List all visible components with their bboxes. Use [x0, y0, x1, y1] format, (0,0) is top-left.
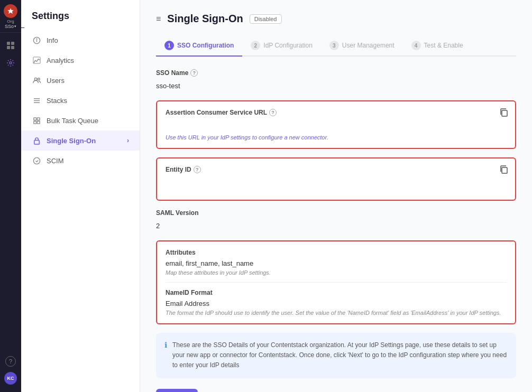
sidebar-item-bulk-task-label: Bulk Task Queue — [47, 117, 98, 125]
tab-1-num: 1 — [164, 41, 174, 50]
svg-point-9 — [34, 78, 37, 80]
svg-rect-18 — [34, 140, 39, 144]
svg-rect-16 — [33, 121, 36, 124]
tab-3-label: User Management — [342, 42, 395, 49]
bulk-task-icon — [32, 116, 41, 125]
tab-4-num: 4 — [411, 41, 421, 50]
left-bar-icons — [6, 41, 15, 69]
sidebar-item-users-label: Users — [47, 77, 65, 85]
org-dropdown-icon: ▾ — [14, 24, 16, 29]
entity-id-label: Entity ID ? — [166, 166, 507, 173]
users-icon — [32, 76, 41, 85]
scim-icon — [32, 156, 41, 165]
acs-url-copy-button[interactable] — [499, 108, 509, 119]
sidebar-item-users[interactable]: Users — [21, 70, 140, 90]
info-box-text: These are the SSO Details of your Conten… — [172, 340, 508, 371]
saml-version-label: SAML Version — [156, 209, 516, 217]
svg-rect-21 — [502, 167, 507, 173]
nameid-format-hint: The format the IdP should use to identif… — [166, 310, 507, 316]
svg-rect-26 — [11, 46, 14, 49]
svg-point-19 — [33, 157, 40, 164]
tab-test-enable[interactable]: 4 Test & Enable — [403, 35, 472, 57]
tab-4-label: Test & Enable — [424, 42, 463, 49]
stacks-icon — [32, 96, 41, 105]
sidebar-item-bulk-task-queue[interactable]: Bulk Task Queue — [21, 110, 140, 130]
sidebar-item-sso[interactable]: Single Sign-On › — [21, 130, 140, 151]
left-bar-bottom: ? KC — [4, 356, 17, 385]
next-button[interactable]: Next › — [156, 389, 198, 392]
analytics-icon — [32, 55, 41, 65]
status-badge: Disabled — [250, 14, 282, 24]
sso-name-section: SSO Name ? sso-test — [156, 69, 516, 92]
info-box: ℹ These are the SSO Details of your Cont… — [156, 333, 516, 378]
org-name: SSo ▾ — [5, 24, 16, 29]
acs-url-hint: Use this URL in your IdP settings to con… — [166, 134, 507, 141]
sidebar: Settings Info Analytics Users Stacks — [21, 0, 140, 392]
settings-nav-icon[interactable] — [6, 59, 15, 69]
org-label: Org — [7, 19, 14, 24]
svg-rect-17 — [37, 121, 40, 124]
left-bar: Org SSo ▾ ? KC — [0, 0, 21, 392]
svg-rect-14 — [33, 117, 36, 120]
sidebar-item-stacks-label: Stacks — [47, 97, 67, 105]
tab-2-num: 2 — [251, 41, 260, 50]
sidebar-item-info[interactable]: Info — [21, 30, 140, 50]
tab-idp-configuration[interactable]: 2 IdP Configuration — [242, 35, 321, 57]
tab-user-management[interactable]: 3 User Management — [321, 35, 403, 57]
tab-sso-configuration[interactable]: 1 SSO Configuration — [156, 35, 242, 57]
attributes-box: Attributes email, first_name, last_name … — [156, 240, 516, 324]
attributes-title: Attributes — [166, 249, 507, 256]
acs-url-box: Assertion Consumer Service URL ? Use thi… — [156, 100, 516, 149]
help-bottom-icon[interactable]: ? — [5, 356, 16, 367]
org-logo — [4, 4, 17, 18]
grid-nav-icon[interactable] — [6, 41, 15, 51]
svg-point-27 — [10, 62, 12, 64]
svg-rect-15 — [37, 117, 40, 120]
svg-rect-23 — [7, 42, 10, 45]
sidebar-item-analytics-label: Analytics — [47, 57, 74, 64]
user-avatar-bottom[interactable]: KC — [4, 372, 17, 385]
sso-chevron-icon: › — [127, 137, 129, 144]
sidebar-item-scim[interactable]: SCIM — [21, 151, 140, 171]
attributes-divider — [166, 282, 507, 283]
sidebar-item-scim-label: SCIM — [47, 157, 64, 165]
main-content: ≡ Single Sign-On Disabled 1 SSO Configur… — [140, 0, 532, 392]
sso-name-value: sso-test — [156, 80, 516, 92]
sidebar-item-analytics[interactable]: Analytics — [21, 50, 140, 70]
hamburger-icon: ≡ — [156, 14, 161, 24]
sidebar-item-stacks[interactable]: Stacks — [21, 90, 140, 110]
svg-rect-24 — [11, 42, 14, 45]
sso-lock-icon — [32, 136, 41, 145]
page-header: ≡ Single Sign-On Disabled — [156, 13, 516, 25]
svg-rect-25 — [7, 46, 10, 49]
entity-id-copy-button[interactable] — [499, 165, 509, 176]
entity-id-help-icon[interactable]: ? — [194, 166, 201, 173]
sidebar-title: Settings — [21, 11, 140, 30]
sidebar-item-sso-label: Single Sign-On — [47, 137, 96, 145]
svg-rect-20 — [502, 110, 507, 116]
sso-name-label: SSO Name ? — [156, 69, 516, 77]
svg-point-7 — [36, 39, 37, 39]
nameid-format-value: Email Address — [166, 300, 507, 307]
svg-point-10 — [38, 78, 40, 80]
sidebar-item-info-label: Info — [47, 36, 58, 44]
attributes-hint: Map these attributes in your IdP setting… — [166, 269, 507, 276]
svg-marker-22 — [7, 8, 13, 14]
entity-id-box: Entity ID ? — [156, 157, 516, 201]
info-circle-icon: ℹ — [164, 341, 167, 371]
acs-url-label: Assertion Consumer Service URL ? — [166, 109, 507, 116]
tabs-bar: 1 SSO Configuration 2 IdP Configuration … — [156, 35, 516, 57]
page-title: Single Sign-On — [167, 13, 243, 25]
org-section[interactable]: Org SSo ▾ — [0, 0, 21, 33]
sso-name-help-icon[interactable]: ? — [190, 69, 198, 77]
nameid-format-label: NameID Format — [166, 289, 507, 296]
tab-2-label: IdP Configuration — [263, 42, 313, 49]
saml-version-section: SAML Version 2 — [156, 209, 516, 232]
saml-version-value: 2 — [156, 220, 516, 232]
tab-3-num: 3 — [329, 41, 339, 50]
attributes-value: email, first_name, last_name — [166, 259, 507, 267]
info-icon — [32, 35, 41, 45]
acs-url-help-icon[interactable]: ? — [269, 109, 277, 116]
tab-1-label: SSO Configuration — [177, 42, 234, 49]
